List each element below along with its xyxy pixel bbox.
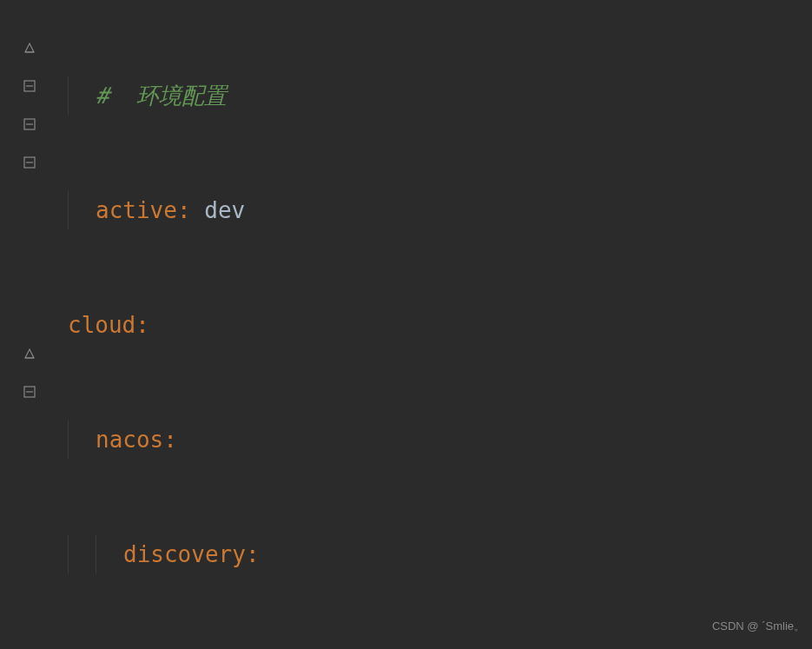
code-line: nacos: <box>40 421 812 459</box>
code-line: discovery: <box>40 535 812 573</box>
yaml-key: discovery <box>123 535 246 573</box>
watermark-text: CSDN @ ´Smlie。 <box>712 607 805 646</box>
fold-minus-icon[interactable] <box>23 385 36 399</box>
yaml-value: dev <box>204 191 245 229</box>
code-editor[interactable]: # 环境配置 active: dev cloud: nacos: discove… <box>40 0 812 649</box>
yaml-key: nacos <box>96 421 163 459</box>
fold-end-icon[interactable] <box>23 347 36 361</box>
fold-minus-icon[interactable] <box>23 79 36 93</box>
yaml-key: cloud <box>68 306 135 344</box>
code-line: active: dev <box>40 191 812 229</box>
comment-text: # 环境配置 <box>96 76 227 115</box>
code-line: cloud: <box>40 306 812 344</box>
code-line: # 环境配置 <box>40 76 812 115</box>
fold-minus-icon[interactable] <box>23 117 36 131</box>
fold-end-icon[interactable] <box>23 41 36 55</box>
editor-gutter <box>0 0 40 649</box>
yaml-key: active <box>96 191 177 229</box>
fold-minus-icon[interactable] <box>23 156 36 169</box>
